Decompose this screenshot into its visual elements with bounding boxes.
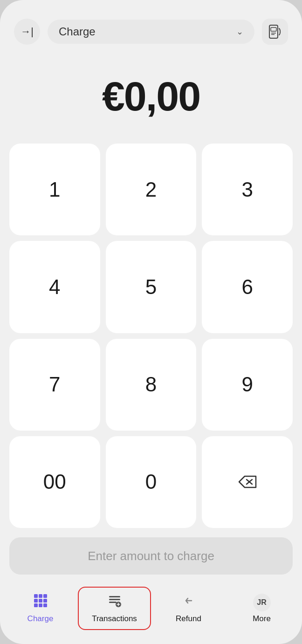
mode-label: Charge <box>59 25 96 38</box>
svg-rect-12 <box>34 603 38 607</box>
numpad-row-1: 1 2 3 <box>9 144 293 235</box>
header: →| Charge ⌄ <box>0 0 302 54</box>
svg-rect-17 <box>109 602 117 603</box>
mode-dropdown[interactable]: Charge ⌄ <box>48 20 254 44</box>
svg-rect-8 <box>43 594 47 598</box>
svg-rect-9 <box>34 599 38 603</box>
refund-icon <box>181 593 196 611</box>
backspace-icon <box>237 474 258 490</box>
numpad-row-4: 00 0 <box>9 436 293 528</box>
nav-more-label: More <box>253 614 271 623</box>
numpad: 1 2 3 4 5 6 7 8 9 00 0 <box>0 144 302 528</box>
enter-amount-button[interactable]: Enter amount to charge <box>9 537 293 575</box>
key-0[interactable]: 0 <box>106 436 197 528</box>
charge-button-area: Enter amount to charge <box>0 528 302 582</box>
chevron-down-icon: ⌄ <box>236 27 243 37</box>
key-1[interactable]: 1 <box>9 144 100 235</box>
device-button[interactable] <box>262 19 288 45</box>
avatar: JR <box>253 594 271 611</box>
device-frame: →| Charge ⌄ €0,00 1 2 3 4 5 <box>0 0 302 644</box>
transactions-icon <box>107 593 122 611</box>
svg-rect-1 <box>271 27 276 31</box>
key-3[interactable]: 3 <box>202 144 293 235</box>
numpad-row-3: 7 8 9 <box>9 339 293 431</box>
svg-rect-14 <box>43 603 47 607</box>
key-6[interactable]: 6 <box>202 241 293 333</box>
svg-rect-6 <box>34 594 38 598</box>
card-reader-icon <box>267 24 283 40</box>
numpad-row-2: 4 5 6 <box>9 241 293 333</box>
nav-more[interactable]: JR More <box>226 587 297 630</box>
back-icon: →| <box>21 26 34 38</box>
key-9[interactable]: 9 <box>202 339 293 431</box>
key-8[interactable]: 8 <box>106 339 197 431</box>
key-5[interactable]: 5 <box>106 241 197 333</box>
svg-rect-7 <box>39 594 42 598</box>
nav-refund-label: Refund <box>176 614 201 623</box>
nav-charge[interactable]: Charge <box>5 587 76 630</box>
key-4[interactable]: 4 <box>9 241 100 333</box>
svg-rect-15 <box>109 596 120 597</box>
svg-rect-0 <box>269 25 278 38</box>
svg-rect-11 <box>43 599 47 603</box>
key-7[interactable]: 7 <box>9 339 100 431</box>
amount-display: €0,00 <box>0 54 302 144</box>
back-button[interactable]: →| <box>14 19 40 45</box>
bottom-nav: Charge Transactions <box>0 582 302 644</box>
svg-rect-16 <box>109 599 120 600</box>
nav-transactions-label: Transactions <box>92 614 137 623</box>
svg-rect-13 <box>39 603 42 607</box>
nav-transactions[interactable]: Transactions <box>78 587 151 630</box>
amount-value: €0,00 <box>102 73 200 119</box>
key-backspace[interactable] <box>202 436 293 528</box>
svg-rect-10 <box>39 599 42 603</box>
key-00[interactable]: 00 <box>9 436 100 528</box>
key-2[interactable]: 2 <box>106 144 197 235</box>
nav-refund[interactable]: Refund <box>153 587 224 630</box>
charge-grid-icon <box>33 593 48 611</box>
nav-charge-label: Charge <box>27 614 54 623</box>
